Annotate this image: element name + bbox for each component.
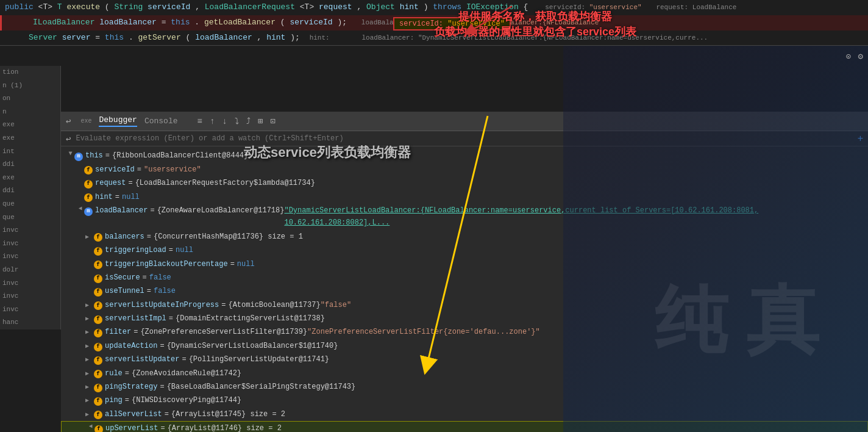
annotation-container: 提供服务名称，获取负载均衡器 负载均衡器的属性里就包含了service列表	[434, 9, 636, 40]
code-paren4: );	[337, 18, 347, 27]
sidebar-item-que1[interactable]: que	[0, 198, 60, 211]
var-val-request: {LoadBalancerRequestFactory$lambda@11734…	[135, 177, 315, 189]
var-eq-slu: =	[182, 353, 186, 365]
sidebar-item-n1[interactable]: n (1)	[0, 79, 60, 93]
icon-lb: m	[84, 207, 93, 216]
expand-arrow-lb[interactable]: ▼	[75, 206, 85, 215]
code-paren3: (	[280, 18, 285, 27]
expand-arrow-ps[interactable]: ▶	[85, 382, 94, 392]
var-val-sli: {DomainExtractingServerList@11738}	[176, 312, 325, 325]
code-paren5: (	[186, 33, 191, 42]
icon-request: f	[84, 180, 93, 189]
sidebar-item-hanc[interactable]: hanc	[0, 316, 60, 329]
icon-this: m	[74, 153, 83, 161]
toolbar-icon-up[interactable]: ↑	[210, 117, 215, 126]
toolbar-icon-list[interactable]: ≡	[197, 117, 202, 126]
exe-prefix: exe	[80, 118, 91, 124]
expand-arrow-usl[interactable]: ▼	[85, 425, 96, 432]
sidebar-item-ddi[interactable]: ddi	[0, 158, 60, 171]
code-comma2: ,	[357, 2, 366, 12]
expand-arrow-balancers[interactable]: ▶	[85, 232, 94, 242]
settings-button[interactable]: ⊙	[846, 51, 851, 62]
expand-arrow-filter[interactable]: ▶	[85, 327, 94, 337]
code-paren6: );	[290, 33, 300, 42]
icon-balancers: f	[94, 233, 102, 242]
expr-undo-icon[interactable]: ↩	[66, 134, 71, 144]
var-val-this: {RibbonLoadBalancerClient@8444}	[112, 149, 248, 162]
param-hint2: hint	[266, 33, 285, 42]
debug-hint-request: request: LoadBalance	[656, 4, 736, 11]
expand-arrow-sli[interactable]: ▶	[85, 314, 94, 324]
param-hint: hint	[400, 2, 419, 12]
tab-debugger[interactable]: Debugger	[99, 115, 137, 127]
sidebar-item-n[interactable]: n	[0, 106, 60, 119]
type-object: Object	[366, 2, 400, 12]
code-comma1: ,	[195, 2, 205, 12]
var-name-asl: allServerList	[105, 408, 162, 420]
sidebar-item-invc4[interactable]: invc	[0, 277, 60, 290]
var-name-slu: serverListUpdater	[105, 353, 179, 365]
kw-this3: this	[105, 33, 124, 42]
expand-arrow-this[interactable]: ▶	[65, 152, 76, 160]
expand-arrow-ping[interactable]: ▶	[85, 395, 94, 406]
expand-arrow-rule[interactable]: ▶	[85, 369, 94, 379]
left-sidebar: tion n (1) on n exe exe int ddi exe ddi …	[0, 66, 61, 329]
var-val-ua: {DynamicServerListLoadBalancer$1@11740}	[167, 340, 338, 352]
var-eq-ping: =	[125, 394, 129, 406]
sidebar-item-invc2[interactable]: invc	[0, 237, 60, 251]
var-name-this: this	[85, 149, 103, 162]
icon-ps: f	[94, 384, 102, 392]
var-eq-request: =	[128, 177, 132, 189]
var-eq-ua: =	[160, 340, 164, 352]
var-eq-serviceId: =	[137, 164, 141, 176]
sidebar-item-ddi2[interactable]: ddi	[0, 184, 60, 198]
code-dot2: .	[129, 33, 133, 42]
tab-console[interactable]: Console	[144, 117, 178, 126]
var-name-rule: rule	[105, 367, 123, 380]
param-sid2: serviceId	[290, 18, 332, 27]
var-eq-usl: =	[160, 422, 165, 432]
param-request: request	[319, 2, 352, 12]
code-paren2: )	[424, 2, 433, 12]
background-characters: 纯 真	[655, 272, 819, 371]
var-val-filter-str: "ZonePreferenceServerListFilter{zone='de…	[307, 326, 540, 338]
undo-icon[interactable]: ↩	[66, 116, 71, 126]
expand-arrow-ua[interactable]: ▶	[85, 341, 94, 351]
var-name-hint: hint	[95, 191, 113, 203]
expand-arrow-slu[interactable]: ▶	[85, 355, 94, 365]
sidebar-item-int[interactable]: int	[0, 145, 60, 159]
var-name-serviceId: serviceId	[95, 164, 135, 176]
var-val-slu: {PollingServerListUpdater@11741}	[189, 353, 329, 365]
sidebar-item-exe1[interactable]: exe	[0, 118, 60, 132]
sidebar-item-invc5[interactable]: invc	[0, 290, 60, 303]
method-execute: execute	[66, 2, 100, 12]
sidebar-item-tion[interactable]: tion	[0, 66, 60, 79]
line2-indent	[7, 18, 26, 27]
sidebar-item-exe3[interactable]: exe	[0, 171, 60, 185]
toolbar-icon-frame[interactable]: ⊞	[258, 116, 263, 126]
var-name-isSecure: isSecure	[105, 272, 140, 284]
expand-arrow-slup[interactable]: ▶	[85, 300, 94, 311]
var-eq-tb: =	[230, 258, 235, 270]
sidebar-item-exe2[interactable]: exe	[0, 132, 60, 145]
icon-filter: f	[94, 329, 102, 337]
code-dot: .	[194, 18, 199, 27]
toolbar-icon-step-out[interactable]: ⤴	[246, 117, 251, 126]
toolbar-icon-step-over[interactable]: ⤵	[235, 117, 239, 126]
expand-arrow-asl[interactable]: ▶	[85, 409, 94, 420]
param-serviceId: serviceId	[148, 2, 190, 12]
sidebar-item-dolr[interactable]: dolr	[0, 264, 60, 277]
icon-usl: f	[94, 425, 103, 432]
kw-this2: this	[171, 18, 190, 27]
sidebar-item-invc1[interactable]: invc	[0, 224, 60, 237]
line3-indent	[5, 33, 24, 42]
sidebar-item-invc3[interactable]: invc	[0, 250, 60, 264]
toolbar-icon-grid[interactable]: ⊡	[270, 116, 275, 126]
sidebar-item-on[interactable]: on	[0, 92, 60, 106]
sidebar-item-invc6[interactable]: invc	[0, 303, 60, 317]
gear-button[interactable]: ⚙	[858, 51, 863, 62]
type-server: Server	[29, 33, 62, 42]
sidebar-item-que2[interactable]: que	[0, 211, 60, 225]
icon-ua: f	[94, 343, 102, 351]
toolbar-icon-down-arrow[interactable]: ↓	[222, 117, 227, 126]
